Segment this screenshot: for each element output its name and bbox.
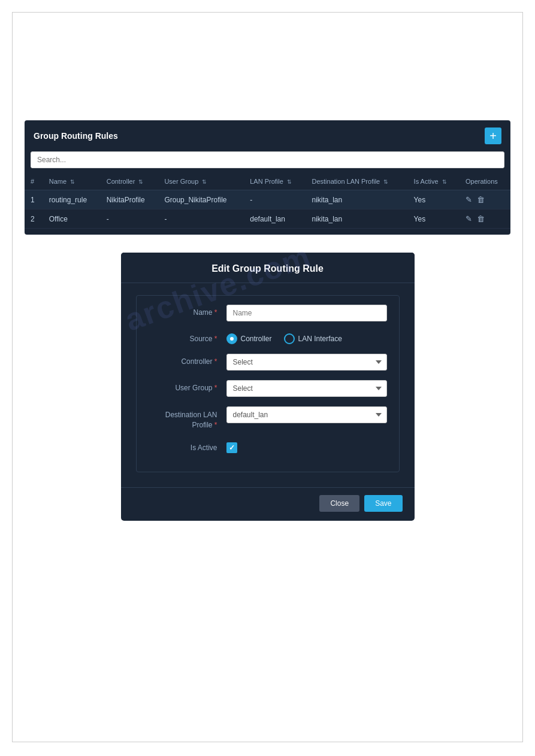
delete-row-1-button[interactable]: 🗑 [477, 195, 485, 204]
cell-user-group: Group_NikitaProfile [158, 190, 244, 210]
cell-num: 1 [25, 190, 43, 210]
table-header-row: # Name ⇅ Controller ⇅ User Group ⇅ LAN P… [25, 173, 510, 190]
cell-operations: ✎ 🗑 [460, 190, 510, 210]
controller-label: Controller [149, 354, 226, 366]
form-box: Name Source Controller [136, 295, 400, 472]
cell-dest-lan: nikita_lan [306, 210, 407, 229]
controller-radio-label: Controller [241, 335, 272, 343]
modal-body: Name Source Controller [121, 283, 415, 487]
cell-name: Office [43, 210, 101, 229]
sort-lan-icon: ⇅ [287, 179, 292, 185]
source-controller-option[interactable]: Controller [226, 333, 272, 344]
cell-user-group: - [158, 210, 244, 229]
name-input[interactable] [226, 305, 387, 321]
col-dest-lan[interactable]: Destination LAN Profile ⇅ [306, 173, 407, 190]
form-group-dest-lan: Destination LANProfile default_lan [149, 406, 387, 430]
cell-operations: ✎ 🗑 [460, 210, 510, 229]
col-num: # [25, 173, 43, 190]
table-panel: Group Routing Rules + # Name ⇅ Controlle… [25, 120, 510, 235]
sort-controller-icon: ⇅ [138, 179, 143, 185]
sort-usergroup-icon: ⇅ [202, 179, 207, 185]
name-label: Name [149, 305, 226, 317]
routing-rules-table: # Name ⇅ Controller ⇅ User Group ⇅ LAN P… [25, 173, 510, 229]
col-name[interactable]: Name ⇅ [43, 173, 101, 190]
save-button[interactable]: Save [364, 495, 402, 512]
modal-footer: Close Save [121, 487, 415, 521]
cell-lan-profile: - [244, 190, 306, 210]
source-radio-group: Controller LAN Interface [226, 331, 387, 344]
cell-controller: NikitaProfile [101, 190, 159, 210]
dest-lan-select[interactable]: default_lan [226, 406, 387, 423]
col-lan-profile[interactable]: LAN Profile ⇅ [244, 173, 306, 190]
close-button[interactable]: Close [319, 495, 359, 512]
page-wrapper: archive.com Group Routing Rules + # Name… [12, 12, 523, 742]
cell-dest-lan: nikita_lan [306, 190, 407, 210]
delete-row-2-button[interactable]: 🗑 [477, 214, 485, 223]
form-group-usergroup: User Group Select [149, 380, 387, 397]
controller-radio-icon [226, 333, 237, 344]
col-controller[interactable]: Controller ⇅ [101, 173, 159, 190]
table-row: 2 Office - - default_lan nikita_lan Yes … [25, 210, 510, 229]
form-group-name: Name [149, 305, 387, 321]
panel-title: Group Routing Rules [34, 131, 118, 141]
col-user-group[interactable]: User Group ⇅ [158, 173, 244, 190]
source-label: Source [149, 331, 226, 343]
cell-controller: - [101, 210, 159, 229]
form-group-source: Source Controller LAN Interface [149, 331, 387, 344]
panel-header: Group Routing Rules + [25, 120, 510, 151]
cell-lan-profile: default_lan [244, 210, 306, 229]
form-group-is-active: Is Active [149, 440, 387, 453]
is-active-control-wrap [226, 440, 387, 453]
lan-radio-label: LAN Interface [298, 335, 342, 343]
cell-is-active: Yes [408, 190, 460, 210]
sort-isactive-icon: ⇅ [442, 179, 447, 185]
lan-radio-icon [284, 333, 295, 344]
col-is-active[interactable]: Is Active ⇅ [408, 173, 460, 190]
controller-control-wrap: Select [226, 354, 387, 371]
user-group-select[interactable]: Select [226, 380, 387, 397]
add-rule-button[interactable]: + [485, 127, 501, 144]
cell-is-active: Yes [408, 210, 460, 229]
name-control-wrap [226, 305, 387, 321]
edit-row-2-button[interactable]: ✎ [466, 214, 472, 223]
form-group-controller: Controller Select [149, 354, 387, 371]
dest-lan-label: Destination LANProfile [149, 406, 226, 430]
modal-overlay: Edit Group Routing Rule Name Source [25, 253, 510, 521]
table-row: 1 routing_rule NikitaProfile Group_Nikit… [25, 190, 510, 210]
sort-destlan-icon: ⇅ [383, 179, 388, 185]
edit-modal: Edit Group Routing Rule Name Source [121, 253, 415, 521]
modal-header: Edit Group Routing Rule [121, 253, 415, 283]
controller-select[interactable]: Select [226, 354, 387, 371]
source-control-wrap: Controller LAN Interface [226, 331, 387, 344]
cell-num: 2 [25, 210, 43, 229]
search-bar [31, 151, 504, 168]
user-group-label: User Group [149, 380, 226, 392]
dest-lan-control-wrap: default_lan [226, 406, 387, 423]
user-group-control-wrap: Select [226, 380, 387, 397]
col-operations: Operations [460, 173, 510, 190]
search-input[interactable] [31, 151, 504, 168]
edit-row-1-button[interactable]: ✎ [466, 195, 472, 204]
source-lan-option[interactable]: LAN Interface [284, 333, 342, 344]
modal-title: Edit Group Routing Rule [211, 263, 324, 274]
is-active-checkbox[interactable] [226, 442, 237, 453]
sort-name-icon: ⇅ [70, 179, 75, 185]
is-active-label: Is Active [149, 440, 226, 452]
cell-name: routing_rule [43, 190, 101, 210]
